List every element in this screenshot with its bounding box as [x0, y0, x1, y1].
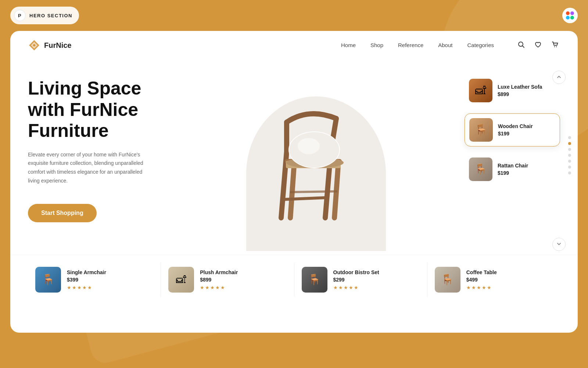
svg-point-8	[298, 138, 320, 154]
bistro-name: Outdoor Bistro Set	[333, 269, 379, 275]
nav-item-categories[interactable]: Categories	[467, 42, 494, 49]
plush-name: Plush Armchair	[200, 269, 238, 275]
figma-icon[interactable]	[562, 8, 578, 23]
hero-title: Living Space with FurNice Furniture	[28, 78, 168, 142]
heart-icon	[534, 41, 542, 50]
armchair-info: Single Armchair $399 ★★★★★	[67, 269, 106, 290]
coffee-stars: ★★★★★	[466, 285, 497, 290]
plush-info: Plush Armchair $899 ★★★★★	[200, 269, 238, 290]
hero-left: Living Space with FurNice Furniture Elev…	[28, 67, 168, 244]
figma-dots	[563, 8, 577, 22]
dot-6	[568, 166, 571, 169]
svg-point-2	[556, 46, 557, 47]
search-button[interactable]	[516, 39, 526, 52]
dot-4	[568, 154, 571, 157]
bottom-product-plush[interactable]: Plush Armchair $899 ★★★★★	[161, 262, 294, 297]
cart-icon	[551, 41, 559, 50]
dot-3	[568, 148, 571, 151]
nav-item-about[interactable]: About	[438, 42, 452, 49]
armchair-stars: ★★★★★	[67, 285, 106, 290]
product-card-wooden-chair[interactable]: Wooden Chair $199	[465, 113, 560, 146]
coffee-info: Coffee Table $499 ★★★★★	[466, 269, 497, 290]
logo-icon	[28, 39, 40, 52]
figma-dot-green	[570, 16, 574, 20]
armchair-thumb	[35, 267, 61, 293]
logo-text: FurNice	[44, 41, 71, 50]
svg-point-1	[554, 46, 555, 47]
p-logo-icon: P	[14, 10, 26, 21]
wooden-chair-price: $199	[498, 131, 555, 137]
product-thumb-sofa	[469, 79, 492, 102]
rattan-name: Rattan Chair	[498, 163, 556, 169]
hero-description: Elevate every corner of your home with F…	[28, 151, 146, 185]
scroll-down-button[interactable]	[552, 238, 566, 251]
coffee-name: Coffee Table	[466, 269, 497, 275]
main-card: FurNice Home Shop Reference About Catego…	[10, 31, 578, 333]
chair-svg	[265, 78, 368, 233]
product-info-rattan: Rattan Chair $199	[498, 163, 556, 176]
sofa-price: $899	[498, 91, 556, 97]
bottom-product-bistro[interactable]: Outdoor Bistro Set $299 ★★★★★	[294, 262, 427, 297]
nav-item-shop[interactable]: Shop	[370, 42, 383, 49]
product-card-rattan[interactable]: Rattan Chair $199	[465, 153, 560, 185]
product-thumb-rattan	[469, 158, 492, 181]
hero-content: Living Space with FurNice Furniture Elev…	[10, 60, 578, 251]
start-shopping-button[interactable]: Start Shopping	[28, 204, 97, 222]
badge-label: HERO SECTION	[29, 13, 72, 18]
logo: FurNice	[28, 39, 71, 52]
navbar: FurNice Home Shop Reference About Catego…	[10, 31, 578, 60]
search-icon	[517, 41, 525, 50]
wooden-chair-name: Wooden Chair	[498, 123, 555, 129]
top-bar: P HERO SECTION	[0, 0, 588, 31]
chair-image	[257, 72, 375, 238]
chevron-up-icon	[556, 74, 562, 81]
nav-links: Home Shop Reference About Categories	[341, 42, 494, 49]
product-info-wooden-chair: Wooden Chair $199	[498, 123, 555, 137]
bottom-product-armchair[interactable]: Single Armchair $399 ★★★★★	[28, 262, 161, 297]
product-thumb-wooden-chair	[469, 118, 493, 142]
bistro-stars: ★★★★★	[333, 285, 379, 290]
svg-point-0	[519, 42, 523, 46]
dot-7	[568, 171, 571, 174]
product-card-sofa[interactable]: Luxe Leather Sofa $899	[465, 74, 560, 107]
plush-price: $899	[200, 277, 238, 283]
hero-section-badge: P HERO SECTION	[10, 7, 79, 24]
dot-2	[568, 142, 571, 145]
coffee-thumb	[435, 267, 460, 293]
nav-icons	[516, 39, 560, 52]
armchair-price: $399	[67, 277, 106, 283]
plush-stars: ★★★★★	[200, 285, 238, 290]
dot-5	[568, 160, 571, 163]
bistro-price: $299	[333, 277, 379, 283]
nav-item-reference[interactable]: Reference	[398, 42, 423, 49]
nav-item-home[interactable]: Home	[341, 42, 356, 49]
hero-center	[168, 67, 465, 244]
product-info-sofa: Luxe Leather Sofa $899	[498, 84, 556, 97]
armchair-name: Single Armchair	[67, 269, 106, 275]
bottom-products: Single Armchair $399 ★★★★★ Plush Armchai…	[10, 255, 578, 304]
sofa-name: Luxe Leather Sofa	[498, 84, 556, 90]
figma-dot-red	[566, 11, 570, 15]
cart-button[interactable]	[550, 39, 560, 52]
coffee-price: $499	[466, 277, 497, 283]
hero-right: Luxe Leather Sofa $899 Wooden Chair $199…	[465, 67, 560, 244]
bistro-info: Outdoor Bistro Set $299 ★★★★★	[333, 269, 379, 290]
plush-thumb	[168, 267, 194, 293]
bistro-thumb	[302, 267, 327, 293]
bottom-product-coffee[interactable]: Coffee Table $499 ★★★★★	[427, 262, 560, 297]
scroll-dots	[568, 136, 571, 174]
scroll-up-button[interactable]	[552, 71, 566, 84]
chevron-down-icon	[556, 241, 562, 248]
figma-dot-blue	[566, 16, 570, 20]
wishlist-button[interactable]	[533, 39, 543, 52]
figma-dot-purple	[570, 11, 574, 15]
dot-1	[568, 136, 571, 139]
rattan-price: $199	[498, 170, 556, 176]
